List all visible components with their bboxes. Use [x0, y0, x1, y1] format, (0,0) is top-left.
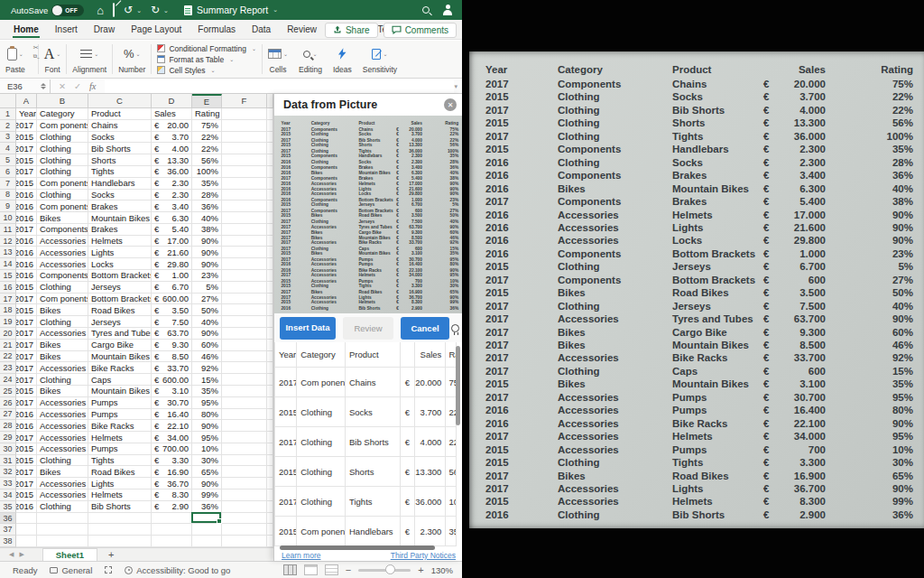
cell[interactable]: 2017	[16, 294, 37, 305]
cell[interactable]: 2016	[16, 270, 37, 282]
selected-cell-e36[interactable]	[191, 512, 221, 524]
sensitivity-button[interactable]: ⌄ Sensitivity	[357, 41, 402, 78]
tab-home[interactable]: Home	[5, 21, 47, 38]
cell[interactable]	[222, 328, 267, 340]
cell[interactable]	[267, 513, 273, 525]
cell[interactable]	[267, 432, 273, 443]
column-header-c[interactable]: C	[88, 94, 152, 108]
cell[interactable]	[222, 190, 267, 201]
cell[interactable]: Clothing	[37, 132, 88, 144]
corner-header[interactable]	[267, 94, 273, 108]
cell[interactable]: €34.00	[152, 432, 192, 443]
cell[interactable]	[222, 501, 267, 513]
account-avatar[interactable]	[442, 5, 453, 15]
cell[interactable]: €700.00	[152, 443, 192, 455]
cell[interactable]: €36.70	[152, 478, 192, 489]
cell[interactable]	[267, 351, 273, 363]
cell[interactable]: Lights	[88, 478, 152, 489]
cell[interactable]	[267, 489, 273, 501]
cell[interactable]: 15%	[192, 374, 222, 386]
cell[interactable]: 90%	[192, 236, 222, 247]
cell[interactable]	[222, 294, 267, 305]
cell[interactable]: Shorts	[88, 154, 152, 166]
cell-styles-button[interactable]: Cell Styles⌄	[157, 66, 256, 75]
ideas-button[interactable]: Ideas	[328, 41, 357, 78]
cell[interactable]: Bikes	[37, 340, 88, 351]
cell[interactable]: 75%	[192, 120, 222, 132]
undo-chevron-icon[interactable]: ⌄	[136, 7, 142, 14]
cell[interactable]: Helmets	[88, 236, 152, 247]
cell[interactable]: Year	[16, 108, 37, 120]
cell[interactable]: Components	[37, 224, 88, 236]
cell[interactable]	[267, 409, 273, 421]
cell[interactable]: Accessories	[37, 432, 88, 443]
cell[interactable]	[222, 224, 267, 236]
cell[interactable]: 2017	[16, 478, 37, 489]
cell[interactable]	[267, 190, 273, 201]
document-title[interactable]: Summary Report	[197, 5, 268, 15]
cell[interactable]: 2015	[16, 443, 37, 455]
panel-vertical-scrollbar[interactable]	[456, 346, 460, 537]
cell[interactable]	[222, 304, 267, 316]
cell[interactable]	[267, 328, 273, 340]
cell[interactable]: Tights	[88, 166, 152, 178]
cell[interactable]: Accessories	[37, 478, 88, 489]
add-sheet-button[interactable]: +	[108, 549, 114, 560]
cell[interactable]: Tyres and Tubes	[88, 328, 152, 340]
row-header-2[interactable]: 2	[0, 120, 16, 132]
cell[interactable]	[222, 154, 267, 166]
cell[interactable]	[267, 316, 273, 328]
cell[interactable]: Components	[37, 270, 88, 282]
cell[interactable]	[88, 536, 152, 547]
autosave-toggle[interactable]: OFF	[51, 5, 84, 16]
table-row[interactable]: 2017ClothingTights€36.000100%	[274, 487, 457, 517]
cell[interactable]	[222, 374, 267, 386]
cell[interactable]: €3.40	[152, 200, 192, 212]
cell[interactable]: 2016	[16, 190, 37, 201]
cell[interactable]: Cargo Bike	[88, 340, 152, 351]
cell[interactable]	[267, 120, 273, 132]
cell[interactable]: Bikes	[37, 386, 88, 397]
alignment-group-button[interactable]: ⌄ Alignment	[67, 41, 112, 78]
cell[interactable]: Accessories	[37, 362, 88, 374]
cell[interactable]: Clothing	[37, 190, 88, 201]
cell[interactable]: Clothing	[37, 282, 88, 294]
table-row[interactable]: 2017Com ponentsChains€20.00075%	[274, 368, 457, 397]
cell[interactable]	[267, 166, 273, 178]
tab-draw[interactable]: Draw	[86, 21, 123, 38]
cell[interactable]	[267, 443, 273, 455]
cell[interactable]: Bottom Brackets	[88, 270, 152, 282]
cell[interactable]: Clothing	[37, 501, 88, 513]
panel-horizontal-scrollbar[interactable]	[280, 545, 457, 550]
number-group-button[interactable]: %⌄ Number	[113, 41, 151, 78]
row-header-6[interactable]: 6	[0, 166, 16, 178]
sheet-nav-arrows-icon[interactable]: ◀▶	[9, 551, 30, 558]
zoom-slider-knob[interactable]	[385, 564, 395, 574]
cell[interactable]: 22%	[192, 143, 222, 154]
cell[interactable]: 2016	[16, 200, 37, 212]
row-header-3[interactable]: 3	[0, 132, 16, 144]
row-header-35[interactable]: 35	[0, 501, 16, 513]
spreadsheet-grid[interactable]: ABCDEF1YearCategoryProductSalesRating220…	[0, 94, 273, 547]
cell[interactable]: Jerseys	[88, 282, 152, 294]
cell[interactable]: 2015	[16, 455, 37, 467]
cell[interactable]: Com ponents	[37, 120, 88, 132]
cell[interactable]	[267, 420, 273, 432]
row-header-34[interactable]: 34	[0, 489, 16, 501]
share-button[interactable]: Share	[325, 23, 378, 38]
cell[interactable]: 2016	[16, 409, 37, 421]
cell[interactable]: Lights	[88, 247, 152, 258]
autosave-control[interactable]: AutoSave OFF	[11, 5, 84, 16]
cell[interactable]: 46%	[192, 351, 222, 363]
cell[interactable]: €13.30	[152, 154, 192, 166]
cell[interactable]: €7.50	[152, 316, 192, 328]
row-header-1[interactable]: 1	[0, 108, 16, 120]
cell[interactable]: Clothing	[37, 316, 88, 328]
column-header-f[interactable]: F	[222, 94, 267, 108]
row-header-27[interactable]: 27	[0, 409, 16, 421]
cell[interactable]	[222, 200, 267, 212]
cell[interactable]: 50%	[192, 304, 222, 316]
cell[interactable]	[222, 212, 267, 224]
home-icon[interactable]: ⌂	[97, 5, 104, 16]
conditional-formatting-button[interactable]: Conditional Formatting⌄	[157, 44, 256, 53]
